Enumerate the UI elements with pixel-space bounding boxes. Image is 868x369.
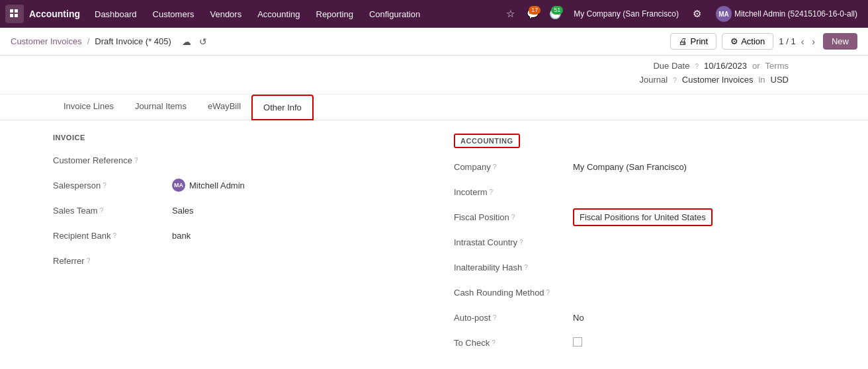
undo-icon[interactable]: ↺ [196,35,210,48]
sales-team-help[interactable]: ? [100,207,104,214]
page-navigation: 1 / 1 ‹ › [779,35,818,48]
recipient-bank-row: Recipient Bank ? bank [53,226,414,245]
cash-rounding-row: Cash Rounding Method ? [454,283,815,302]
salesperson-help[interactable]: ? [103,182,107,189]
breadcrumb-current: Draft Invoice (* 405) [95,36,171,46]
journal-help[interactable]: ? [673,77,677,84]
intrastat-country-help[interactable]: ? [519,239,523,246]
incoterm-row: Incoterm ? [454,183,815,201]
due-date-or: or [752,61,760,71]
due-date-value: 10/16/2023 [704,61,747,71]
nav-right-section: ☆ 💬 17 🕐 51 My Company (San Francisco) ⚙… [501,4,863,24]
fiscal-position-help[interactable]: ? [511,214,515,221]
nav-configuration[interactable]: Configuration [363,7,427,22]
auto-post-help[interactable]: ? [493,314,497,321]
recipient-bank-label: Recipient Bank ? [53,231,172,241]
sales-team-label: Sales Team ? [53,206,172,216]
salesperson-label: Salesperson ? [53,181,172,190]
print-icon: 🖨 [679,36,687,46]
referrer-help[interactable]: ? [87,257,91,265]
auto-post-value[interactable]: No [573,313,815,323]
company-value: My Company (San Francisco) [573,162,815,172]
salesperson-value: MA Mitchell Admin [172,179,414,192]
inalterability-hash-label: Inalterability Hash ? [454,263,573,272]
due-date-label: Due Date [653,61,689,71]
sales-team-row: Sales Team ? Sales [53,201,414,220]
breadcrumb-actions: ☁ ↺ [179,35,210,48]
user-avatar: MA [716,6,732,22]
tabs-bar: Invoice Lines Journal Items eWayBill Oth… [0,95,868,120]
company-name: My Company (San Francisco) [574,9,679,19]
app-menu-icon[interactable] [5,5,24,23]
tab-journal-items[interactable]: Journal Items [124,95,197,120]
breadcrumb-bar: Customer Invoices / Draft Invoice (* 405… [0,28,868,56]
salesperson-avatar: MA [172,179,185,192]
sales-team-value[interactable]: Sales [172,206,414,216]
auto-post-label: Auto-post ? [454,313,573,323]
company-help[interactable]: ? [493,163,497,171]
nav-customers[interactable]: Customers [146,7,201,22]
journal-value: Customer Invoices [682,75,754,85]
gear-icon: ⚙ [730,36,738,46]
print-button[interactable]: 🖨 Print [670,33,716,50]
to-check-value [573,337,815,348]
breadcrumb-parent[interactable]: Customer Invoices [11,36,82,46]
svg-rect-2 [10,14,13,17]
recipient-bank-help[interactable]: ? [112,232,116,239]
due-date-field: Due Date ? 10/16/2023 or Terms [653,61,789,71]
nav-reporting[interactable]: Reporting [310,7,360,22]
invoice-section: INVOICE Customer Reference ? Salesperson… [53,134,414,358]
user-menu[interactable]: MA Mitchell Admin (52415106-16-0-all) [711,4,863,24]
svg-rect-3 [15,14,18,17]
settings-icon[interactable]: ⚙ [688,5,707,23]
main-content: Due Date ? 10/16/2023 or Terms Journal ?… [0,56,868,369]
next-page-button[interactable]: › [809,35,818,48]
invoice-section-title: INVOICE [53,134,414,142]
tab-invoice-lines[interactable]: Invoice Lines [53,95,124,120]
to-check-checkbox[interactable] [573,337,582,347]
cash-rounding-help[interactable]: ? [546,289,550,296]
nav-accounting[interactable]: Accounting [251,7,306,22]
svg-rect-1 [15,9,18,13]
svg-rect-0 [10,9,13,13]
fiscal-position-row: Fiscal Position ? Fiscal Positions for U… [454,208,815,226]
nav-vendors[interactable]: Vendors [203,7,248,22]
journal-label: Journal [640,75,668,85]
to-check-row: To Check ? [454,333,815,352]
inalterability-hash-help[interactable]: ? [524,264,528,271]
company-label: Company ? [454,162,573,172]
to-check-help[interactable]: ? [492,339,496,347]
referrer-label: Referrer ? [53,256,172,266]
activity-icon[interactable]: 🕐 51 [546,5,564,23]
chat-badge: 17 [529,6,541,15]
page-info: 1 / 1 [779,36,795,46]
accounting-section-title: ACCOUNTING [454,134,520,148]
company-selector[interactable]: My Company (San Francisco) [568,7,684,20]
save-icon[interactable]: ☁ [179,35,194,48]
intrastat-country-label: Intrastat Country ? [454,237,573,247]
due-date-help[interactable]: ? [695,63,699,70]
customer-reference-help[interactable]: ? [134,157,138,164]
auto-post-row: Auto-post ? No [454,308,815,327]
new-button[interactable]: New [823,33,857,50]
action-button[interactable]: ⚙ Action [722,33,773,50]
journal-currency: USD [771,75,789,85]
star-icon[interactable]: ☆ [501,5,519,23]
prev-page-button[interactable]: ‹ [799,35,807,48]
nav-dashboard[interactable]: Dashboard [88,7,144,22]
journal-field: Journal ? Customer Invoices in USD [640,75,789,85]
customer-reference-label: Customer Reference ? [53,155,172,165]
tab-other-info[interactable]: Other Info [251,95,314,120]
fiscal-position-value[interactable]: Fiscal Positions for United States [573,208,815,226]
breadcrumb-separator: / [87,36,90,46]
activity-badge: 51 [551,6,563,15]
chat-icon[interactable]: 💬 17 [523,5,542,23]
incoterm-help[interactable]: ? [490,188,494,196]
recipient-bank-value[interactable]: bank [172,231,414,241]
intrastat-country-row: Intrastat Country ? [454,233,815,251]
incoterm-label: Incoterm ? [454,187,573,197]
company-row: Company ? My Company (San Francisco) [454,157,815,176]
journal-in: in [758,75,765,85]
tab-ewaybill[interactable]: eWayBill [197,95,251,120]
to-check-label: To Check ? [454,338,573,348]
